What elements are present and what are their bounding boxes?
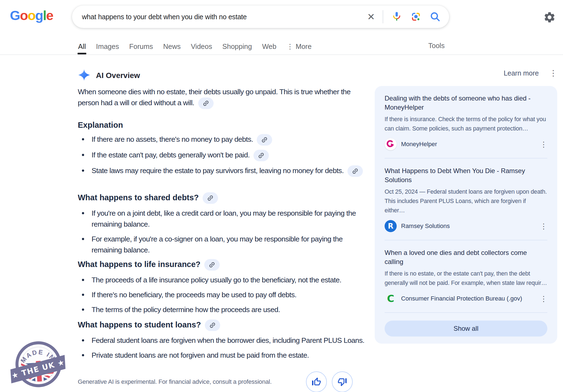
logo-letter-o2: o (27, 8, 35, 23)
logo-letter-e: e (46, 8, 53, 23)
source-attribution-row: R Ramsey Solutions ⋮ (385, 220, 547, 232)
logo-letter-g1: G (10, 8, 20, 23)
google-lens-icon[interactable] (410, 11, 422, 23)
ai-overview-header: AI Overview (78, 69, 140, 82)
ramsey-logo-icon: R (385, 220, 397, 232)
source-card[interactable]: What Happens to Debt When You Die - Rams… (385, 166, 547, 232)
source-card-title[interactable]: What Happens to Debt When You Die - Rams… (385, 166, 547, 184)
ai-overview-footer: Generative AI is experimental. For finan… (78, 371, 353, 392)
source-link-chip-icon[interactable] (198, 98, 214, 109)
bullet-text: Federal student loans are forgiven when … (92, 335, 364, 346)
source-link-chip-icon[interactable] (203, 192, 218, 204)
source-card[interactable]: Dealing with the debts of someone who ha… (385, 94, 547, 150)
source-card-snippet: Oct 25, 2024 — Federal student loans are… (385, 187, 547, 215)
tab-web[interactable]: Web (262, 42, 276, 51)
snippet-line: generally will not be paid. For example,… (385, 278, 547, 288)
tab-news[interactable]: News (163, 42, 181, 51)
source-card-title[interactable]: Dealing with the debts of someone who ha… (385, 94, 547, 112)
source-link-chip-icon[interactable] (347, 165, 363, 177)
bullet-dot (82, 154, 84, 156)
search-input[interactable] (81, 13, 367, 21)
settings-gear-icon[interactable] (543, 11, 556, 24)
title-line: MoneyHelper (385, 103, 547, 112)
card-divider (385, 158, 547, 159)
show-all-button[interactable]: Show all (385, 321, 547, 337)
bullet-text: If the estate can't pay, debts generally… (92, 151, 250, 159)
bullet-text: State laws may require the estate to pay… (92, 166, 344, 175)
list-item: The proceeds of a life insurance policy … (78, 274, 375, 285)
tab-videos[interactable]: Videos (191, 42, 212, 51)
bullet-dot (82, 308, 84, 311)
source-name[interactable]: Consumer Financial Protection Bureau (.g… (401, 295, 522, 302)
section-heading-text: Explanation (78, 121, 123, 129)
sources-panel: Dealing with the debts of someone who ha… (375, 86, 557, 344)
section-shared-debts: What happens to shared debts? If you're … (78, 192, 375, 255)
snippet-line: If there is insurance. Check the terms o… (385, 115, 547, 124)
tabs-bottom-border (0, 54, 563, 55)
bullet-list: The proceeds of a life insurance policy … (78, 274, 375, 315)
source-link-chip-icon[interactable] (257, 134, 272, 146)
list-item: If the estate can't pay, debts generally… (78, 149, 375, 161)
snippet-line: This includes Parent PLUS Loans, which a… (385, 196, 547, 215)
search-submit-icon[interactable] (429, 11, 441, 23)
generative-ai-disclaimer: Generative AI is experimental. For finan… (78, 378, 272, 385)
card-menu-icon[interactable]: ⋮ (540, 141, 547, 148)
section-heading: What happens to student loans? (78, 319, 375, 331)
bullet-text: If there are no assets, there's no money… (92, 135, 253, 143)
logo-letter-l: l (43, 8, 46, 23)
source-name[interactable]: Ramsey Solutions (401, 223, 450, 230)
voice-search-icon[interactable] (391, 11, 402, 23)
tools-button[interactable]: Tools (428, 42, 445, 50)
bullet-text: For example, if you're a co-signer on a … (92, 233, 366, 255)
tab-all[interactable]: All (78, 42, 86, 51)
snippet-line: Oct 25, 2024 — Federal student loans are… (385, 187, 547, 196)
ai-sparkle-icon (78, 69, 90, 82)
tab-more[interactable]: ⋮ More (286, 42, 311, 51)
source-card-title[interactable]: When a loved one dies and debt collector… (385, 248, 547, 266)
card-menu-icon[interactable]: ⋮ (540, 295, 547, 302)
tab-images[interactable]: Images (96, 42, 119, 51)
tab-forums[interactable]: Forums (129, 42, 153, 51)
bullet-dot (82, 279, 84, 281)
tab-shopping[interactable]: Shopping (222, 42, 252, 51)
section-heading: Explanation (78, 120, 375, 130)
card-menu-icon[interactable]: ⋮ (540, 223, 547, 230)
google-logo[interactable]: Google (10, 8, 53, 23)
source-name[interactable]: MoneyHelper (401, 141, 437, 148)
list-item: The terms of the policy determine how th… (78, 304, 375, 315)
list-item: If there are no assets, there's no money… (78, 134, 375, 146)
bullet-dot (82, 354, 84, 356)
ramsey-letter: R (388, 222, 393, 230)
bullet-dot (82, 169, 84, 172)
source-attribution-row: MoneyHelper ⋮ (385, 138, 547, 150)
source-link-chip-icon[interactable] (204, 259, 220, 271)
google-search-results-page: Google ✕ (0, 0, 563, 392)
result-type-tabs: All Images Forums News Videos Shopping W… (78, 42, 312, 51)
list-item: If there's no beneficiary, the proceeds … (78, 289, 375, 300)
source-card-snippet: If there is insurance. Check the terms o… (385, 115, 547, 133)
logo-letter-o1: o (20, 8, 27, 23)
list-item: Private student loans are not forgiven a… (78, 350, 375, 361)
source-link-chip-icon[interactable] (253, 150, 269, 161)
learn-more-link[interactable]: Learn more (504, 69, 539, 77)
section-heading: What happens to shared debts? (78, 192, 375, 204)
bullet-text: If there's no beneficiary, the proceeds … (92, 289, 296, 300)
thumbs-up-button[interactable] (306, 371, 327, 392)
logo-letter-g2: g (35, 8, 43, 23)
source-link-chip-icon[interactable] (205, 319, 220, 331)
title-line: Solutions (385, 175, 547, 184)
search-bar[interactable]: ✕ (72, 5, 449, 28)
bullet-dot (82, 138, 84, 140)
card-divider (385, 312, 547, 313)
thumbs-down-button[interactable] (332, 371, 353, 392)
list-item: If you're on a joint debt, like a credit… (78, 208, 375, 230)
clear-icon[interactable]: ✕ (367, 12, 375, 21)
ai-overview-menu-icon[interactable]: ⋮ (549, 69, 557, 77)
section-heading-text: What happens to life insurance? (78, 260, 200, 269)
cfpb-logo-icon: C (385, 293, 397, 305)
source-card[interactable]: When a loved one dies and debt collector… (385, 248, 547, 305)
bullet-dot (82, 238, 84, 240)
source-attribution-row: C Consumer Financial Protection Bureau (… (385, 293, 547, 305)
card-divider (385, 240, 547, 240)
ai-overview-title: AI Overview (96, 71, 140, 80)
